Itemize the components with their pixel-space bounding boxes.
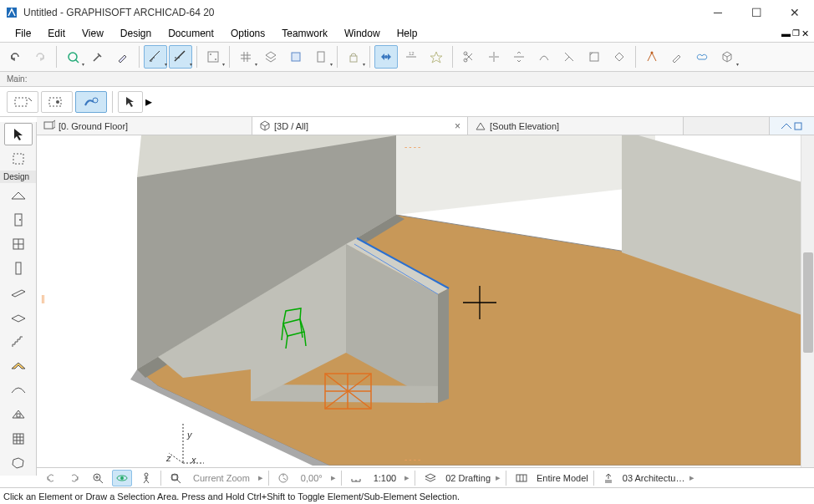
roof-tool[interactable] <box>4 354 33 377</box>
intersect-button[interactable] <box>557 45 581 69</box>
orbit-button[interactable] <box>112 470 132 486</box>
layers-button[interactable] <box>259 45 282 69</box>
shell-tool[interactable] <box>4 379 33 401</box>
arrow-tool[interactable] <box>4 123 33 145</box>
arrow-mode[interactable] <box>118 91 143 113</box>
minimize-panel-icon[interactable]: ▬ <box>781 28 791 39</box>
morph-button[interactable] <box>640 45 664 69</box>
suspend-button[interactable] <box>374 45 398 69</box>
scrollbar-vertical[interactable] <box>801 135 814 469</box>
tab-label: [0. Ground Floor] <box>59 121 128 131</box>
minimize-button[interactable]: ─ <box>699 0 737 25</box>
lock-button[interactable]: ▾ <box>342 45 365 69</box>
snap-button[interactable]: ▾ <box>201 45 225 69</box>
trim-button[interactable] <box>482 45 506 69</box>
window-tool[interactable] <box>4 233 33 256</box>
angle-dropdown-icon[interactable]: ▸ <box>331 472 336 483</box>
zoom-dropdown-icon[interactable]: ▸ <box>258 472 263 483</box>
tab-3d[interactable]: [3D / All] × <box>252 117 468 135</box>
eyedropper-button[interactable] <box>86 45 109 69</box>
viewport-3d[interactable]: y z x ---- ---- ‖ <box>37 135 814 469</box>
svg-rect-74 <box>516 475 527 481</box>
redo-button[interactable] <box>28 45 52 69</box>
page-button[interactable]: ▾ <box>309 45 333 69</box>
morph-tool[interactable] <box>4 452 33 475</box>
resize-button[interactable] <box>608 45 631 69</box>
zoom-next-button[interactable] <box>65 470 84 486</box>
svg-line-60 <box>99 480 103 483</box>
column-tool[interactable] <box>4 257 33 280</box>
drag-marker-bottom: ---- <box>404 455 422 464</box>
renovation-dropdown-icon[interactable]: ▸ <box>689 472 694 483</box>
svg-point-21 <box>93 98 98 103</box>
guideline-button[interactable]: ▾ <box>169 45 192 69</box>
box-button[interactable]: ▾ <box>715 45 739 69</box>
tab-close-icon[interactable]: × <box>455 120 460 132</box>
menu-edit[interactable]: Edit <box>39 25 74 42</box>
zoom-button[interactable] <box>89 470 107 486</box>
door-tool[interactable] <box>4 208 33 231</box>
angle-value[interactable]: 0,00° <box>298 473 326 483</box>
undo-button[interactable] <box>3 45 27 69</box>
layer-combo-value[interactable]: 02 Drafting <box>445 473 491 483</box>
slab-tool[interactable] <box>4 306 33 328</box>
menu-options[interactable]: Options <box>222 25 273 42</box>
menubar: File Edit View Design Document Options T… <box>0 25 814 42</box>
tab-label: [South Elevation] <box>490 121 559 131</box>
wall-tool[interactable] <box>4 184 33 206</box>
maximize-button[interactable]: ☐ <box>737 0 776 25</box>
grid-button[interactable]: ▾ <box>234 45 257 69</box>
renovation-value[interactable]: 03 Architectu… <box>623 473 685 483</box>
fillet-button[interactable] <box>583 45 606 69</box>
menu-teamwork[interactable]: Teamwork <box>273 25 336 42</box>
marquee-mode-3[interactable] <box>75 91 107 113</box>
walk-button[interactable] <box>137 470 155 486</box>
close-button[interactable]: ✕ <box>776 0 814 25</box>
edit-button[interactable] <box>665 45 689 69</box>
marquee-mode-2[interactable] <box>41 91 73 113</box>
close-panel-icon[interactable]: ✕ <box>801 28 809 39</box>
layer-dropdown-icon[interactable]: ▸ <box>496 472 501 483</box>
tab-south-elevation[interactable]: [South Elevation] <box>468 117 684 135</box>
layer-combo-icon[interactable] <box>420 470 440 486</box>
inject-button[interactable] <box>111 45 135 69</box>
menu-view[interactable]: View <box>74 25 112 42</box>
restore-panel-icon[interactable]: ❐ <box>792 28 800 39</box>
menu-file[interactable]: File <box>7 25 39 42</box>
dimension-button[interactable]: 12 <box>399 45 423 69</box>
adjust-button[interactable] <box>532 45 556 69</box>
pick-button[interactable]: ▾ <box>61 45 84 69</box>
arrow-mode-dropdown[interactable]: ▸ <box>145 94 157 109</box>
beam-tool[interactable] <box>4 282 33 304</box>
tab-ground-floor[interactable]: [0. Ground Floor] <box>37 117 252 135</box>
marquee-mode-1[interactable] <box>7 91 38 113</box>
model-view-value[interactable]: Entire Model <box>537 473 588 483</box>
scale-dropdown-icon[interactable]: ▸ <box>404 472 410 483</box>
curtain-wall-tool[interactable] <box>4 428 33 451</box>
tab-overflow[interactable] <box>769 117 814 135</box>
menu-help[interactable]: Help <box>389 25 426 42</box>
ruler-button[interactable]: ▾ <box>144 45 167 69</box>
orientation-button[interactable] <box>274 470 293 486</box>
split-button[interactable] <box>507 45 531 69</box>
skylight-tool[interactable] <box>4 404 33 426</box>
cloud-button[interactable] <box>690 45 714 69</box>
menu-document[interactable]: Document <box>160 25 222 42</box>
marquee-tool[interactable] <box>4 147 33 170</box>
scale-value[interactable]: 1:100 <box>370 473 400 483</box>
svg-rect-9 <box>318 52 324 62</box>
menu-design[interactable]: Design <box>112 25 160 42</box>
scale-icon-button[interactable] <box>347 470 365 486</box>
svg-rect-30 <box>13 434 23 444</box>
cut-button[interactable] <box>457 45 481 69</box>
renovation-icon[interactable] <box>599 470 618 486</box>
zoom-prev-button[interactable] <box>42 470 60 486</box>
menu-window[interactable]: Window <box>336 25 389 42</box>
favorites-button[interactable] <box>425 45 448 69</box>
stair-tool[interactable] <box>4 330 33 353</box>
trace-button[interactable] <box>284 45 308 69</box>
model-view-icon[interactable] <box>511 470 532 486</box>
fit-button[interactable] <box>166 470 185 486</box>
zoom-label[interactable]: Current Zoom <box>190 473 253 483</box>
svg-rect-22 <box>13 154 23 164</box>
